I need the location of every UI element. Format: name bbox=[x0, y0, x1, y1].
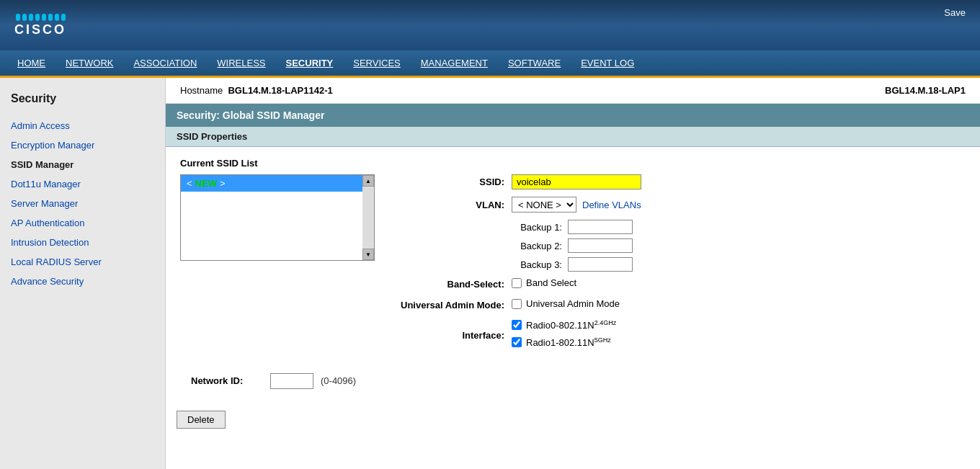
ssid-field-label: SSID: bbox=[389, 177, 504, 187]
nav-home[interactable]: HOME bbox=[7, 50, 55, 78]
backup1-input[interactable] bbox=[568, 220, 633, 234]
universal-admin-checkbox-label: Universal Admin Mode bbox=[526, 298, 620, 309]
radio0-label: Radio0-802.11N2.4GHz bbox=[526, 319, 616, 331]
cisco-dots bbox=[16, 14, 66, 21]
cisco-dot-6 bbox=[48, 14, 53, 21]
content-row: < NEW > ▲ ▼ SSID bbox=[180, 174, 966, 359]
nav-eventlog[interactable]: EVENT LOG bbox=[571, 50, 644, 78]
nav-network[interactable]: NETWORK bbox=[55, 50, 123, 78]
sidebar: Security Admin Access Encryption Manager… bbox=[0, 78, 166, 469]
ssid-input[interactable] bbox=[512, 174, 641, 189]
universal-admin-row: Universal Admin Mode: Universal Admin Mo… bbox=[389, 298, 966, 312]
ssid-listbox-container: < NEW > ▲ ▼ bbox=[180, 174, 375, 261]
sidebar-item-dot11u-manager[interactable]: Dot11u Manager bbox=[0, 174, 165, 194]
cisco-dot-7 bbox=[55, 14, 59, 21]
sidebar-title: Security bbox=[0, 85, 165, 116]
properties-panel: SSID: VLAN: < NONE > Define VLANs bbox=[389, 174, 966, 359]
nav-services[interactable]: SERVICES bbox=[343, 50, 411, 78]
vlan-field-value: < NONE > Define VLANs bbox=[512, 197, 641, 213]
cisco-dot-5 bbox=[42, 14, 46, 21]
nav-management[interactable]: MANAGEMENT bbox=[411, 50, 498, 78]
save-link[interactable]: Save bbox=[944, 7, 966, 18]
radio1-checkbox-row: Radio1-802.11N5GHz bbox=[512, 336, 611, 348]
sidebar-item-admin-access[interactable]: Admin Access bbox=[0, 116, 165, 135]
backup2-label: Backup 2: bbox=[512, 241, 562, 251]
interface-value: Radio0-802.11N2.4GHz Radio1-802.11N5GHz bbox=[512, 319, 616, 352]
band-select-checkbox[interactable] bbox=[512, 278, 522, 288]
ssid-listbox-selected-item[interactable]: < NEW > bbox=[181, 175, 374, 192]
sidebar-item-advance-security[interactable]: Advance Security bbox=[0, 272, 165, 291]
cisco-dot-4 bbox=[35, 14, 40, 21]
backup3-row: Backup 3: bbox=[389, 257, 966, 272]
hostname-left: Hostname BGL14.M.18-LAP1142-1 bbox=[180, 85, 333, 96]
nav-bar: HOME NETWORK ASSOCIATION WIRELESS SECURI… bbox=[0, 50, 980, 78]
band-select-value: Band Select bbox=[512, 277, 576, 291]
backup3-label-container: Backup 3: bbox=[512, 257, 633, 272]
backup1-label: Backup 1: bbox=[512, 222, 562, 233]
universal-admin-checkbox-row: Universal Admin Mode bbox=[512, 298, 620, 309]
ssid-new-text: NEW bbox=[195, 178, 217, 189]
backup1-label-container: Backup 1: bbox=[512, 220, 633, 234]
nav-wireless[interactable]: WIRELESS bbox=[207, 50, 275, 78]
backup2-row: Backup 2: bbox=[389, 238, 966, 253]
sidebar-item-ssid-manager[interactable]: SSID Manager bbox=[0, 155, 165, 174]
ssid-scrollbar: ▲ ▼ bbox=[362, 175, 374, 260]
hostname-prefix: Hostname bbox=[180, 85, 223, 96]
band-select-checkbox-label: Band Select bbox=[526, 277, 576, 288]
vlan-field-label: VLAN: bbox=[389, 200, 504, 210]
universal-admin-label: Universal Admin Mode: bbox=[389, 300, 504, 311]
network-id-input[interactable] bbox=[270, 373, 313, 389]
form-area: Current SSID List < NEW > ▲ ▼ bbox=[166, 147, 980, 400]
radio1-label: Radio1-802.11N5GHz bbox=[526, 336, 611, 348]
band-select-label: Band-Select: bbox=[389, 279, 504, 290]
ssid-field-value bbox=[512, 174, 641, 189]
nav-software[interactable]: SOFTWARE bbox=[498, 50, 571, 78]
ssid-list-label: Current SSID List bbox=[180, 158, 966, 169]
vlan-row: VLAN: < NONE > Define VLANs bbox=[389, 197, 966, 213]
backup3-label: Backup 3: bbox=[512, 259, 562, 270]
delete-button[interactable]: Delete bbox=[177, 411, 226, 429]
sidebar-item-intrusion-detection[interactable]: Intrusion Detection bbox=[0, 233, 165, 252]
top-bar: CISCO Save bbox=[0, 0, 980, 50]
band-select-row: Band-Select: Band Select bbox=[389, 277, 966, 291]
radio0-checkbox-row: Radio0-802.11N2.4GHz bbox=[512, 319, 616, 331]
cisco-dot-8 bbox=[61, 14, 66, 21]
universal-admin-value: Universal Admin Mode bbox=[512, 298, 620, 312]
sidebar-item-server-manager[interactable]: Server Manager bbox=[0, 194, 165, 213]
nav-association[interactable]: ASSOCIATION bbox=[123, 50, 207, 78]
sidebar-item-ap-authentication[interactable]: AP Authentication bbox=[0, 213, 165, 233]
ssid-listbox[interactable]: < NEW > ▲ ▼ bbox=[180, 174, 375, 261]
section-subheader: SSID Properties bbox=[166, 127, 980, 147]
vlan-select[interactable]: < NONE > bbox=[512, 197, 576, 213]
section-header: Security: Global SSID Manager bbox=[166, 104, 980, 127]
cisco-text: CISCO bbox=[14, 22, 66, 37]
scroll-down-arrow[interactable]: ▼ bbox=[362, 249, 374, 260]
backup3-input[interactable] bbox=[568, 257, 633, 272]
nav-security[interactable]: SECURITY bbox=[276, 50, 344, 78]
hostname-bar: Hostname BGL14.M.18-LAP1142-1 BGL14.M.18… bbox=[166, 78, 980, 104]
cisco-dot-3 bbox=[29, 14, 33, 21]
scroll-up-arrow[interactable]: ▲ bbox=[362, 175, 374, 187]
sidebar-item-encryption-manager[interactable]: Encryption Manager bbox=[0, 135, 165, 155]
cisco-dot-2 bbox=[22, 14, 27, 21]
interface-row: Interface: Radio0-802.11N2.4GHz Radio1-8… bbox=[389, 319, 966, 352]
universal-admin-checkbox[interactable] bbox=[512, 299, 522, 309]
cisco-logo: CISCO bbox=[14, 14, 66, 37]
ssid-new-arrow-right: > bbox=[220, 178, 226, 189]
band-select-checkbox-row: Band Select bbox=[512, 277, 576, 288]
sidebar-item-local-radius-server[interactable]: Local RADIUS Server bbox=[0, 252, 165, 272]
network-id-hint: (0-4096) bbox=[321, 375, 356, 386]
hostname-right: BGL14.M.18-LAP1 bbox=[885, 85, 966, 96]
layout: Security Admin Access Encryption Manager… bbox=[0, 78, 980, 469]
network-id-area: Network ID: (0-4096) bbox=[180, 373, 966, 389]
cisco-dot-1 bbox=[16, 14, 20, 21]
ssid-new-arrow-left: < bbox=[187, 178, 192, 189]
backup2-input[interactable] bbox=[568, 238, 633, 253]
radio1-checkbox[interactable] bbox=[512, 337, 522, 347]
define-vlans-link[interactable]: Define VLANs bbox=[582, 200, 641, 210]
ssid-row: SSID: bbox=[389, 174, 966, 189]
backup2-label-container: Backup 2: bbox=[512, 238, 633, 253]
hostname-value: BGL14.M.18-LAP1142-1 bbox=[228, 85, 332, 96]
radio0-checkbox[interactable] bbox=[512, 320, 522, 330]
backup1-row: Backup 1: bbox=[389, 220, 966, 234]
